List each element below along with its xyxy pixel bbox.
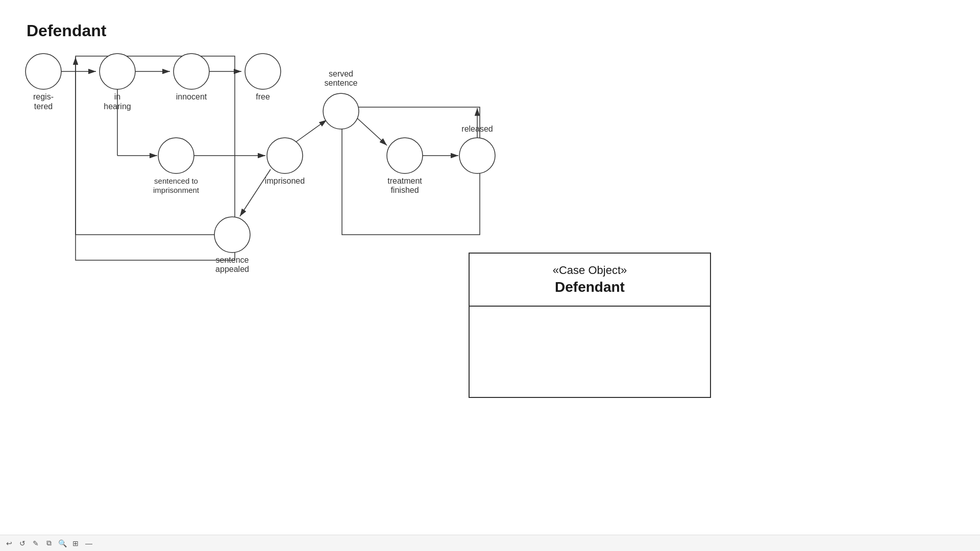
state-imprisoned (267, 138, 303, 173)
state-innocent (174, 54, 209, 89)
state-treatment-finished (387, 138, 423, 173)
undo-icon[interactable]: ↩ (4, 538, 14, 548)
svg-line-10 (356, 117, 387, 145)
state-free (245, 54, 281, 89)
state-diagram: regis- tered in hearing innocent free se… (0, 0, 510, 286)
state-registered (26, 54, 61, 89)
label-imprisoned: imprisoned (265, 177, 305, 185)
case-object-name: Defendant (475, 279, 705, 295)
case-object-stereotype: «Case Object» (475, 264, 705, 277)
label-in-hearing: in (114, 92, 120, 101)
label-free: free (256, 92, 270, 101)
copy-icon[interactable]: ⧉ (44, 538, 54, 548)
svg-text:hearing: hearing (104, 102, 131, 111)
svg-text:tered: tered (34, 102, 53, 111)
label-sentenced: sentenced to (154, 177, 198, 185)
svg-rect-5 (76, 56, 235, 260)
state-sentenced (158, 138, 194, 173)
case-object-header: «Case Object» Defendant (470, 254, 710, 307)
svg-text:served: served (329, 69, 353, 78)
state-sentence-appealed (214, 217, 250, 253)
case-object-box: «Case Object» Defendant (469, 253, 711, 398)
label-sentence-served: sentence (325, 79, 358, 87)
svg-line-9 (296, 120, 327, 142)
state-released (459, 138, 495, 173)
svg-text:imprisonment: imprisonment (153, 186, 200, 194)
state-in-hearing (100, 54, 135, 89)
edit-icon[interactable]: ✎ (31, 538, 41, 548)
label-treatment-finished: treatment (387, 177, 422, 185)
svg-text:finished: finished (390, 186, 419, 194)
state-sentence-served (323, 93, 359, 129)
label-sentence-appealed: sentence (216, 256, 249, 264)
label-registered: regis- (33, 92, 54, 101)
minus-icon[interactable]: — (84, 538, 94, 548)
zoom-icon[interactable]: 🔍 (57, 538, 67, 548)
svg-text:appealed: appealed (215, 265, 249, 273)
label-released: released (461, 124, 493, 133)
redo-icon[interactable]: ↺ (17, 538, 28, 548)
toolbar: ↩ ↺ ✎ ⧉ 🔍 ⊞ — (0, 535, 980, 551)
grid-icon[interactable]: ⊞ (70, 538, 81, 548)
case-object-body (470, 307, 710, 393)
label-innocent: innocent (176, 92, 207, 101)
